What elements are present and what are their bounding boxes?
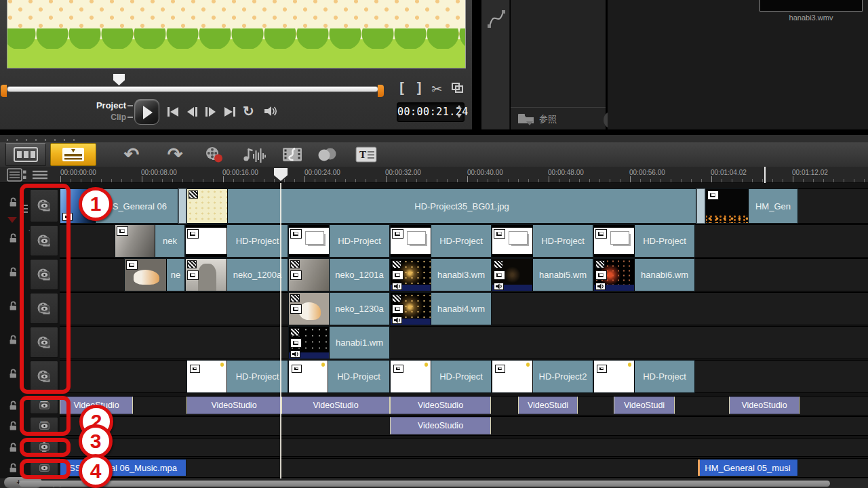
mark-in-button[interactable]: [	[397, 80, 406, 96]
overlay-track-4-lock-icon[interactable]	[9, 335, 18, 345]
seek-bar[interactable]	[7, 86, 378, 92]
timeline-clip-hd-project[interactable]: HD-Project	[185, 224, 288, 258]
trim-handle-end[interactable]	[378, 85, 384, 97]
timeline-clip-neko-1230a[interactable]: neko_1230a	[288, 292, 390, 325]
timeline-clip-videostudio[interactable]: VideoStudio	[60, 396, 133, 414]
storyboard-view-button[interactable]	[5, 143, 46, 166]
overlay-track-4-header-button[interactable]: 5	[30, 327, 58, 358]
title-track-1-lock-icon[interactable]	[9, 401, 18, 411]
timeline-clip-hanabi6-wm[interactable]: hanabi6.wm	[593, 258, 695, 291]
timeline-clip-neko-1201a[interactable]: neko_1201a	[288, 258, 390, 291]
timeline-clip-hanabi4-wm[interactable]: hanabi4.wm	[390, 292, 492, 325]
overlay-options-button[interactable]	[313, 144, 342, 165]
next-frame-button[interactable]	[204, 106, 219, 118]
overlay-track-1-lock-icon[interactable]	[9, 233, 18, 243]
enlarge-preview-icon[interactable]	[452, 83, 464, 94]
transition-segment[interactable]	[696, 188, 705, 224]
browse-bar: 参照	[511, 107, 606, 129]
volume-button[interactable]	[263, 105, 278, 117]
undo-button[interactable]: ↶	[117, 144, 146, 165]
go-to-end-button[interactable]	[223, 106, 238, 118]
timeline-clip-videostudi[interactable]: VideoStudi	[518, 396, 578, 414]
voice-track-lock-icon[interactable]	[9, 443, 18, 453]
ruler-tick	[152, 179, 153, 182]
timeline-clip-hd-project[interactable]: HD-Project	[492, 224, 593, 258]
timeline-clip-hd-project[interactable]: HD-Project	[390, 224, 492, 258]
timeline-clip-hanabi1-wm[interactable]: hanabi1.wm	[288, 326, 390, 359]
music-track-lock-icon[interactable]	[9, 463, 18, 473]
overlay-track-3-lock-icon[interactable]	[9, 301, 18, 311]
project-mode-label[interactable]: Project	[73, 100, 126, 110]
clip-label: HD-Project	[534, 225, 591, 257]
clip-mode-label[interactable]: Clip	[73, 113, 126, 122]
clip-thumbnail	[60, 189, 96, 223]
overlay-track-5-lock-icon[interactable]	[9, 369, 18, 379]
clip-label: VideoStudio	[62, 397, 131, 413]
panel-resize-grip[interactable]	[3, 138, 79, 142]
ruler-tick	[71, 179, 71, 182]
overlay-track-2-lock-icon[interactable]	[9, 267, 18, 277]
video-track-1-lock-icon[interactable]	[9, 197, 18, 207]
go-to-start-button[interactable]	[166, 106, 181, 118]
seek-playhead-marker[interactable]	[113, 74, 125, 85]
subtitle-editor-button[interactable]: T	[351, 144, 381, 165]
split-clip-icon[interactable]: ✂	[431, 81, 442, 97]
title-track-2-lock-icon[interactable]	[9, 421, 18, 431]
timeline-clip-hd-project[interactable]: HD-Project	[593, 224, 695, 258]
timeline-clip-videostudi[interactable]: VideoStudi	[614, 396, 675, 414]
transition-segment[interactable]	[178, 188, 186, 224]
timeline-clip-hd-project2[interactable]: HD-Project2	[492, 360, 593, 393]
overlay-track-5-header-button[interactable]: 6	[30, 361, 58, 392]
timeline-clip-hm-gen[interactable]: HM_Gen	[705, 188, 798, 224]
overlay-track-4-row[interactable]	[60, 326, 868, 359]
voice-track-header-button[interactable]	[30, 439, 58, 455]
video-track-1-header-button[interactable]	[30, 189, 58, 222]
browse-button[interactable]: 参照	[539, 113, 557, 125]
preview-scene-scallops	[7, 28, 466, 49]
timeline-clip-ss-general-06-music-mpa[interactable]: SS_General 06_Music.mpa	[60, 459, 186, 476]
timeline-clip-nek[interactable]: nek	[115, 224, 185, 258]
trim-handle-start[interactable]	[1, 85, 7, 97]
record-capture-button[interactable]	[199, 144, 229, 165]
timeline-clip-videostudio[interactable]: VideoStudio	[186, 396, 281, 414]
music-track-header-button[interactable]: 1♪	[30, 459, 58, 476]
title-track-1-header-button[interactable]: 1T	[30, 396, 58, 414]
ruler-tick	[325, 179, 326, 182]
timeline-clip-hd-project[interactable]: HD-Project	[593, 360, 695, 393]
timeline-clip-videostudio[interactable]: VideoStudio	[729, 396, 800, 414]
clip-label: neko_1230a	[331, 293, 388, 325]
library-item-hanabi3[interactable]	[760, 0, 863, 12]
voice-track-row[interactable]	[60, 438, 868, 457]
city-lights	[706, 215, 748, 223]
play-button[interactable]	[134, 99, 159, 125]
timeline-clip-hm-general-05-musi[interactable]: HM_General 05_musi	[697, 459, 798, 476]
title-track-2-header-button[interactable]: 2T	[30, 417, 58, 434]
timeline-clip-videostudio[interactable]: VideoStudio	[390, 417, 491, 434]
overlay-track-2-header-button[interactable]: 3	[30, 259, 58, 290]
overlay-track-1-header-button[interactable]: 2	[30, 225, 58, 256]
previous-frame-button[interactable]	[185, 106, 200, 118]
horizontal-scrollbar[interactable]	[19, 481, 830, 487]
timeline-ruler[interactable]: 00:00:00:0000:00:08.0000:00:16.0000:00:2…	[0, 167, 868, 183]
timeline-clip-videostudio[interactable]: VideoStudio	[390, 396, 491, 414]
timeline-clip-hd-project[interactable]: HD-Project	[390, 360, 492, 393]
timeline-clip-ss-general-06[interactable]: SS_General 06	[60, 188, 178, 224]
timeline-clip-hanabi5-wm[interactable]: hanabi5.wm	[492, 258, 593, 291]
sound-mixer-button[interactable]	[239, 144, 269, 165]
timeline-clip-hanabi3-wm[interactable]: hanabi3.wm	[390, 258, 492, 291]
repeat-button[interactable]: ↻	[243, 103, 254, 119]
timeline-clip-hd-project[interactable]: HD-Project	[186, 360, 288, 393]
track-menu-icon[interactable]	[21, 205, 28, 213]
overlay-track-3-header-button[interactable]: 4	[30, 293, 58, 324]
mark-out-button[interactable]: ]	[415, 80, 424, 96]
timeline-clip-neko-1200a[interactable]: neko_1200a	[185, 258, 288, 291]
auto-music-button[interactable]	[277, 144, 307, 165]
timeline-view-button[interactable]	[50, 143, 96, 166]
timeline-clip-hd-project[interactable]: HD-Project	[288, 224, 390, 258]
timeline-clip-hd-project[interactable]: HD-Project	[288, 360, 390, 393]
timeline-clip-videostudio[interactable]: VideoStudio	[281, 396, 390, 414]
redo-button[interactable]: ↷	[160, 144, 190, 165]
timeline-clip-hd-project35-bg01-jpg[interactable]: HD-Project35_BG01.jpg	[186, 188, 696, 224]
timeline-clip-ne[interactable]: ne	[124, 258, 185, 291]
timecode-display[interactable]: 00:00:21.24	[397, 102, 465, 122]
